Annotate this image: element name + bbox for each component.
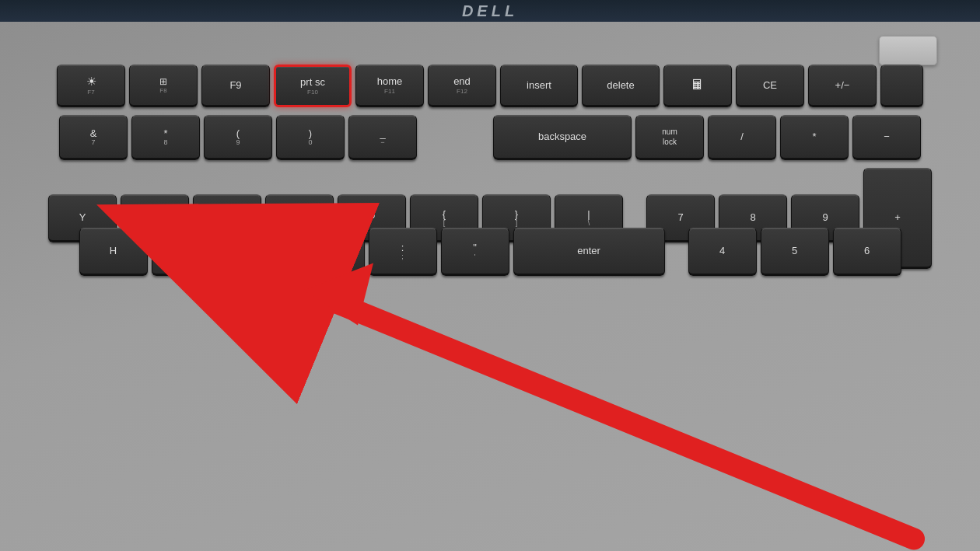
key-f7[interactable]: ☀ F7 (57, 65, 125, 107)
number-row: & 7 * 8 ( 9 ) 0 (6, 115, 974, 160)
key-underscore[interactable]: _ − (348, 115, 417, 160)
key-delete[interactable]: delete (582, 65, 660, 107)
key-close-paren[interactable]: ) 0 (276, 115, 345, 160)
key-numpad-5[interactable]: 5 (761, 228, 829, 276)
key-ce[interactable]: CE (736, 65, 804, 107)
key-numpad-6[interactable]: 6 (833, 228, 901, 276)
key-backspace[interactable]: backspace (493, 115, 632, 160)
key-prtsc[interactable]: prt sc F10 (274, 65, 352, 107)
key-numpad-minus[interactable]: − (852, 115, 921, 160)
laptop-body: DELL ☀ F (0, 0, 980, 551)
key-ampersand[interactable]: & 7 (59, 115, 128, 160)
key-open-paren[interactable]: ( 9 (204, 115, 272, 160)
dell-logo: DELL (462, 2, 518, 20)
function-row: ☀ F7 ⊞ F8 F9 prt sc F10 (6, 65, 974, 107)
key-edge-right[interactable] (880, 65, 923, 107)
key-k[interactable]: K (224, 228, 292, 276)
key-numlock[interactable]: numlock (635, 115, 704, 160)
key-calculator[interactable]: 🖩 (663, 65, 732, 107)
key-star[interactable]: * 8 (131, 115, 200, 160)
key-f8[interactable]: ⊞ F8 (129, 65, 198, 107)
key-insert[interactable]: insert (500, 65, 578, 107)
keyboard-surface: ☀ F7 ⊞ F8 F9 prt sc F10 (0, 22, 980, 551)
key-numpad-4[interactable]: 4 (688, 228, 757, 276)
keyboard-rows-container: ☀ F7 ⊞ F8 F9 prt sc F10 (0, 65, 980, 547)
key-enter[interactable]: enter (513, 228, 665, 276)
key-h[interactable]: H (79, 228, 148, 276)
key-f9[interactable]: F9 (201, 65, 270, 107)
home-row: H J K L : ; " ' (6, 228, 974, 276)
key-j[interactable]: J (152, 228, 220, 276)
power-button[interactable] (879, 36, 937, 65)
key-plus-minus[interactable]: +/− (808, 65, 877, 107)
key-l[interactable]: L (296, 228, 365, 276)
key-numpad-slash[interactable]: / (708, 115, 776, 160)
key-end[interactable]: end F12 (428, 65, 496, 107)
key-colon[interactable]: : ; (369, 228, 437, 276)
key-quote[interactable]: " ' (441, 228, 509, 276)
calculator-icon: 🖩 (691, 77, 705, 93)
key-numpad-star[interactable]: * (780, 115, 849, 160)
key-home[interactable]: home F11 (355, 65, 424, 107)
